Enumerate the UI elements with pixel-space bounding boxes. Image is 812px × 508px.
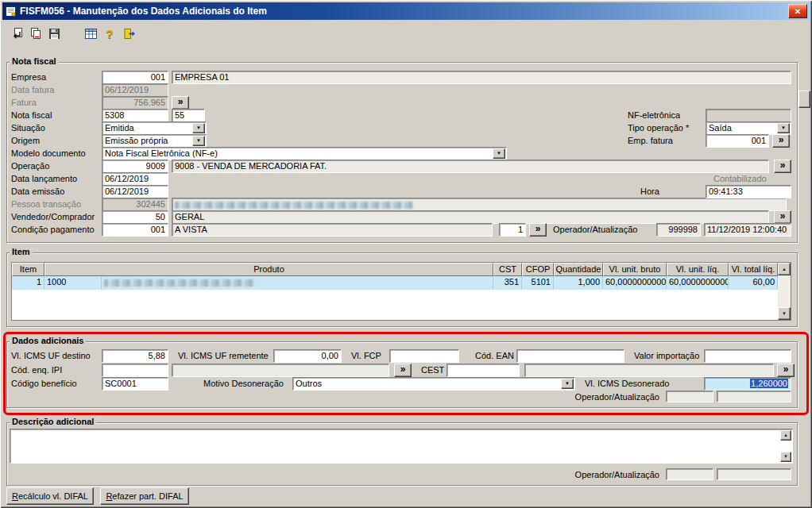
data-emissao-label: Data emissão	[11, 187, 64, 197]
col-header-item[interactable]: Item	[12, 263, 44, 276]
app-icon	[5, 6, 17, 17]
app-window: FISFM056 - Manutenção dos Dados Adiciona…	[0, 0, 812, 508]
vl-icms-uf-remetente-label: Vl. ICMS UF remetente	[178, 351, 269, 361]
col-header-vl-unit-bruto[interactable]: Vl. unit. bruto	[603, 263, 667, 276]
chevron-down-icon[interactable]: ▼	[192, 123, 205, 133]
dados-adicionais-legend: Dados adicionais	[10, 336, 86, 346]
cest-field[interactable]	[447, 364, 520, 377]
pessoa-transacao-label: Pessoa transação	[11, 199, 81, 210]
operacao-lookup-button[interactable]: »	[774, 160, 791, 173]
col-header-cfop[interactable]: CFOP	[522, 263, 554, 276]
descricao-adicional-textarea[interactable]: ▲ ▼	[10, 429, 793, 464]
item-table-scrollbar[interactable]: ▲ ▼	[778, 263, 791, 320]
vendedor-lookup-button[interactable]: »	[774, 210, 791, 224]
descricao-operador-datahora-field	[717, 468, 791, 480]
vl-icms-desonerado-field[interactable]: 1,260000	[704, 377, 791, 391]
fatura-lookup-button[interactable]: »	[172, 96, 189, 110]
data-emissao-field[interactable]: 06/12/2019	[102, 185, 168, 198]
motivo-desoneracao-combo[interactable]: Outros ▼	[292, 377, 575, 391]
selected-text: 1,260000	[750, 379, 788, 388]
modelo-documento-value: Nota Fiscal Eletrônica (NF-e)	[105, 148, 218, 158]
nota-fiscal-serie-field[interactable]: 55	[172, 109, 205, 122]
exit-icon[interactable]	[119, 24, 138, 43]
condicao-pagamento-label: Condição pagamento	[11, 225, 95, 235]
cod-enq-ipi-lookup-button[interactable]: »	[394, 364, 412, 377]
table-icon[interactable]	[81, 24, 100, 43]
cod-ean-field[interactable]	[516, 349, 624, 363]
cell-item: 1	[12, 276, 44, 290]
cell-codigo: 1000	[44, 276, 102, 290]
cell-produto	[102, 276, 493, 290]
fatura-label: Fatura	[11, 98, 37, 108]
cest-lookup-button[interactable]: »	[777, 364, 795, 377]
save-icon[interactable]	[44, 24, 64, 43]
emp-fatura-lookup-button[interactable]: »	[772, 134, 790, 148]
vendedor-code-field[interactable]: 50	[102, 210, 168, 224]
condicao-desc-field: A VISTA	[172, 223, 493, 237]
emp-fatura-field[interactable]: 001	[706, 134, 769, 148]
motivo-desoneracao-label: Motivo Desoneração	[203, 379, 284, 389]
nota-fiscal-legend: Nota fiscal	[10, 56, 59, 67]
vl-fcp-field[interactable]	[389, 349, 459, 363]
cest-label: CEST	[421, 365, 444, 375]
vl-icms-desonerado-label: Vl. ICMS Desonerado	[585, 379, 669, 389]
save-copy-icon[interactable]	[25, 24, 44, 43]
col-header-quantidade[interactable]: Quantidade	[554, 263, 603, 276]
vl-icms-uf-destino-field[interactable]: 5,88	[102, 349, 168, 363]
cell-cfop: 5101	[522, 276, 554, 290]
col-header-vl-total-liq[interactable]: Vl. total líq.	[729, 263, 778, 276]
cell-vl-unit-liq: 60,0000000000	[667, 276, 729, 290]
condicao-lookup-button[interactable]: »	[529, 223, 547, 237]
valor-importacao-field[interactable]	[704, 349, 791, 363]
chevron-down-icon[interactable]: ▼	[192, 136, 205, 146]
motivo-desoneracao-value: Outros	[296, 379, 322, 388]
pessoa-transacao-name-field	[172, 198, 787, 211]
parcela-field[interactable]: 1	[499, 223, 526, 237]
cell-vl-unit-bruto: 60,0000000000	[603, 276, 667, 290]
pessoa-transacao-code-field: 302445	[102, 198, 168, 211]
close-button[interactable]: ✕	[788, 4, 807, 18]
table-row[interactable]: 1 1000 351 5101 1,000 60,0000000000 60,0…	[12, 276, 778, 290]
refazer-difal-button[interactable]: Refazer part. DIFAL	[100, 487, 189, 505]
descricao-operador-label: Operador/Atualização	[555, 470, 659, 480]
return-icon[interactable]	[6, 24, 25, 43]
scroll-down-icon[interactable]: ▼	[780, 452, 791, 462]
situacao-label: Situação	[11, 123, 45, 133]
operacao-code-field[interactable]: 9009	[102, 160, 168, 173]
nf-eletronica-field	[706, 109, 791, 122]
chevron-down-icon[interactable]: ▼	[777, 123, 790, 133]
form-scrollbar-thumb[interactable]	[798, 90, 810, 108]
help-icon[interactable]: ?	[100, 24, 119, 43]
vendedor-comprador-label: Vendedor/Comprador	[11, 212, 95, 222]
title-bar[interactable]: FISFM056 - Manutenção dos Dados Adiciona…	[2, 2, 810, 20]
vendedor-desc-field: GERAL	[172, 210, 769, 224]
scroll-down-icon[interactable]: ▼	[778, 307, 791, 320]
chevron-down-icon[interactable]: ▼	[493, 148, 505, 159]
col-header-produto[interactable]: Produto	[44, 263, 493, 276]
empresa-code-field[interactable]: 001	[102, 71, 168, 84]
situacao-combo[interactable]: Emitida ▼	[102, 121, 207, 135]
cell-quantidade: 1,000	[554, 276, 603, 290]
col-header-vl-unit-liq[interactable]: Vl. unit. líq.	[667, 263, 729, 276]
modelo-documento-combo[interactable]: Nota Fiscal Eletrônica (NF-e) ▼	[102, 147, 507, 160]
vl-fcp-label: Vl. FCP	[351, 351, 381, 361]
recalculo-difal-button[interactable]: Recálculo vl. DIFAL	[6, 487, 94, 505]
scroll-up-icon[interactable]: ▲	[780, 430, 791, 441]
condicao-code-field[interactable]: 001	[102, 223, 168, 237]
vl-icms-uf-remetente-field[interactable]: 0,00	[273, 349, 342, 363]
cest-desc-field	[524, 364, 774, 377]
cell-cst: 351	[493, 276, 522, 290]
codigo-beneficio-field[interactable]: SC0001	[102, 377, 168, 391]
fatura-field: 756.965	[102, 96, 168, 110]
col-header-cst[interactable]: CST	[493, 263, 522, 276]
tipo-operacao-combo[interactable]: Saída ▼	[706, 121, 791, 135]
chevron-down-icon[interactable]: ▼	[561, 379, 574, 389]
operador-datahora-field: 11/12/2019 12:00:40	[704, 223, 791, 237]
dados-operador-label: Operador/Atualização	[555, 392, 659, 402]
cod-enq-ipi-field[interactable]	[102, 364, 168, 377]
nota-fiscal-numero-field[interactable]: 5308	[102, 109, 168, 122]
origem-combo[interactable]: Emissão própria ▼	[102, 134, 207, 148]
data-lancamento-field[interactable]: 06/12/2019	[102, 172, 168, 186]
item-table-header: Item Produto CST CFOP Quantidade Vl. uni…	[12, 263, 778, 276]
scroll-up-icon[interactable]: ▲	[778, 263, 791, 275]
